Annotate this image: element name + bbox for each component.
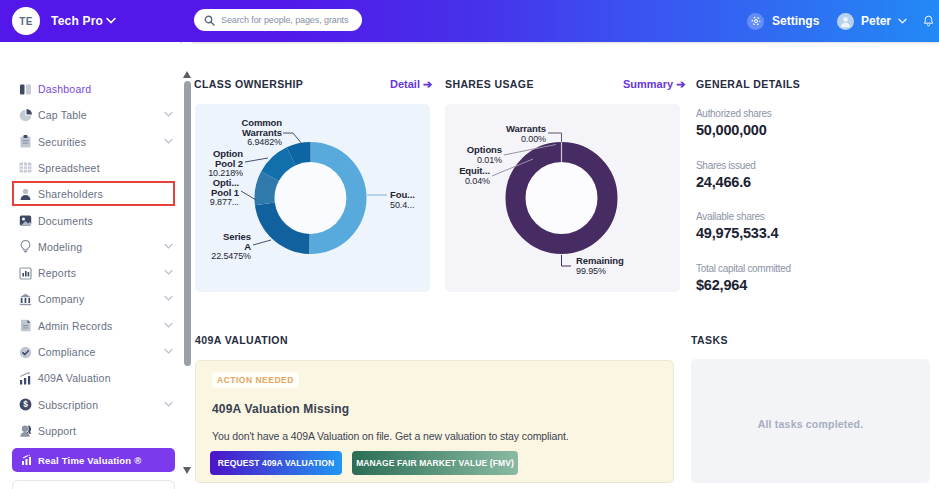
svg-text:$: $ — [23, 399, 28, 409]
